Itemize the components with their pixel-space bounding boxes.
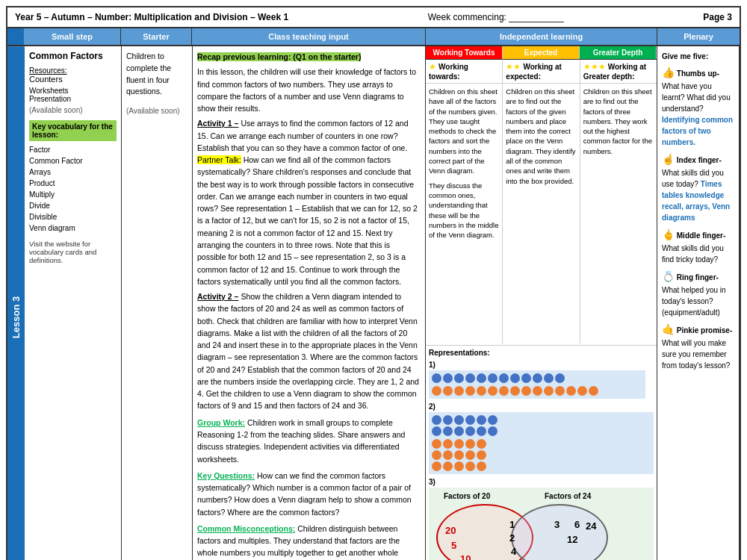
vocab-item: Multiply [29, 189, 117, 200]
key-vocab-box: Key vocabulary for the lesson: [29, 120, 117, 141]
counter [533, 386, 542, 396]
venn-n1: 1 [509, 519, 515, 530]
middle-text: What skills did you find tricky today? [662, 244, 724, 264]
gd-col: Children on this sheet are to find out t… [580, 84, 657, 343]
worksheets-label: Worksheets [29, 87, 69, 95]
rep1-counters [429, 370, 645, 399]
col-header-teaching: Class teaching input [192, 28, 426, 45]
counter [477, 426, 486, 436]
rep2-row4 [432, 450, 651, 460]
teaching-main: In this lesson, the children will use th… [197, 66, 421, 114]
plenary-title: Give me five: [662, 51, 734, 62]
venn-n2: 2 [509, 532, 515, 544]
page-number: Page 3 [703, 12, 732, 22]
counter [465, 461, 475, 471]
misconceptions-label: Common Misconceptions: [197, 524, 295, 533]
counter [499, 373, 509, 383]
col-header-plenary: Plenary [657, 28, 740, 45]
counter [443, 373, 453, 383]
counter [488, 386, 498, 396]
counter [544, 373, 554, 383]
resources-value: Counters [29, 75, 63, 84]
counter [555, 373, 565, 383]
venn-n24: 24 [586, 520, 596, 532]
partner-talk-text: How can we find all of the common factor… [197, 155, 418, 286]
exp-col: Children on this sheet are to find out t… [503, 84, 580, 343]
venn-diagram: Factors of 20 Factors of 24 20 5 10 1 2 … [429, 488, 654, 560]
visit-text: Visit the website for vocabulary cards a… [29, 240, 117, 264]
counter [477, 386, 486, 396]
small-step-title: Common Factors [29, 51, 117, 61]
counter [443, 386, 453, 396]
presentation-label: Presentation [29, 95, 71, 103]
header: Year 5 – Autumn – Number: Multiplication… [7, 7, 740, 28]
counter [477, 415, 486, 425]
counter [465, 426, 475, 436]
exp-text: Children on this sheet are to find out t… [506, 87, 576, 186]
ind-header-exp: Expected [503, 46, 580, 59]
counter [577, 386, 587, 396]
thumb-label: Thumbs up- [677, 69, 719, 78]
thumb-highlight: Identifying common factors of two number… [662, 116, 733, 146]
counter [465, 439, 475, 449]
counter [454, 439, 464, 449]
rep2-row3 [432, 439, 651, 449]
pinkie-label: Pinkie promise- [677, 326, 732, 335]
vocab-item: Product [29, 178, 117, 189]
counter [521, 386, 531, 396]
counter [465, 450, 475, 460]
vocab-item: Arrays [29, 167, 117, 178]
counter [477, 373, 486, 383]
counter [454, 426, 464, 436]
counter [477, 439, 486, 449]
counter [443, 426, 453, 436]
orange-counters-row [432, 386, 598, 396]
col-header-independent: Independent learning [426, 28, 657, 45]
key-questions-label: Key Questions: [197, 471, 255, 480]
counter [488, 415, 498, 425]
counter [432, 439, 441, 449]
rep2-label: 2) [429, 402, 436, 411]
pinkie-icon: 🤙 [662, 323, 675, 335]
vocab-item: Divide [29, 200, 117, 211]
plenary-pinkie: 🤙 Pinkie promise- What will you make sur… [662, 322, 734, 371]
col-header-starter: Starter [121, 28, 192, 45]
counter [454, 461, 464, 471]
column-headers: Small step Starter Class teaching input … [7, 28, 740, 46]
plenary-ring: 💍 Ring finger- What helped you in today'… [662, 269, 734, 318]
rep-title: Representations: [426, 346, 657, 358]
starter-available: (Available soon) [126, 107, 187, 115]
venn-n6: 6 [574, 519, 580, 530]
teaching-cell: Recap previous learning: (Q1 on the star… [193, 46, 426, 560]
wt-text: Children on this sheet have all of the f… [429, 87, 499, 176]
ring-text: What helped you in today's lesson? (equi… [662, 286, 726, 317]
rep3: 3) Factors of 20 Factors of 24 20 5 10 1 [426, 476, 657, 560]
gd-text: Children on this sheet are to find out t… [583, 87, 654, 156]
vocab-item: Factor [29, 144, 117, 155]
plenary-index: ☝ Index finger- What skills did you use … [662, 152, 734, 223]
gd-stars: ★★★ Working at Greater depth: [580, 60, 657, 83]
venn-n4: 4 [511, 546, 516, 557]
plenary-thumb: 👍 Thumbs up- What have you learnt? What … [662, 65, 734, 148]
counter [432, 426, 441, 436]
counter [465, 415, 475, 425]
col-header-small-step: Small step [24, 28, 121, 45]
thumb-icon: 👍 [662, 66, 675, 78]
venn-right-label: Factors of 24 [545, 492, 591, 500]
rep1: 1) [426, 358, 657, 400]
rep1-label: 1) [429, 361, 436, 369]
venn-right-circle [511, 504, 608, 560]
partner-talk-label: Partner Talk: [197, 155, 241, 164]
vocab-item: Venn diagram [29, 223, 117, 234]
counter [465, 386, 475, 396]
counter [510, 373, 520, 383]
counter [454, 450, 464, 460]
starter-text: Children to complete the fluent in four … [126, 51, 187, 98]
small-step-cell: Common Factors Resources: Counters Works… [25, 46, 122, 560]
counter [499, 386, 509, 396]
thumb-text: What have you learnt? What did you under… [662, 82, 731, 113]
ring-label: Ring finger- [677, 273, 719, 281]
exp-stars: ★★ Working at expected: [503, 60, 580, 83]
teaching-content: Recap previous learning: (Q1 on the star… [197, 51, 421, 560]
venn-n10: 10 [460, 553, 471, 560]
